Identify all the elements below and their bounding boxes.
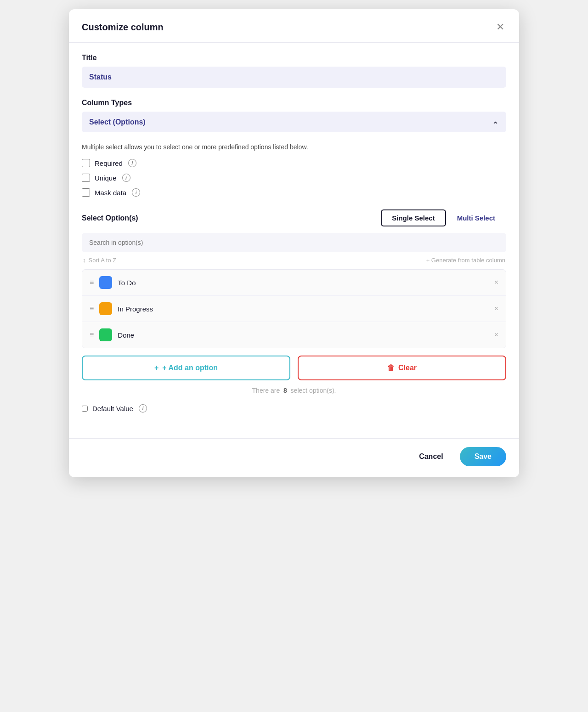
- default-value-info-icon[interactable]: i: [139, 404, 147, 413]
- option-color-swatch: [99, 276, 112, 289]
- select-type-buttons: Single Select Multi Select: [381, 209, 506, 226]
- customize-column-modal: Customize column ✕ Title Column Types Se…: [69, 9, 519, 477]
- cancel-button[interactable]: Cancel: [410, 448, 452, 465]
- column-types-section: Column Types Select (Options) Text Numbe…: [82, 99, 506, 151]
- clear-label: Clear: [398, 364, 417, 372]
- option-item: ≡ To Do ×: [82, 270, 506, 296]
- plus-icon: +: [154, 364, 158, 372]
- column-type-description: Multiple select allows you to select one…: [82, 143, 506, 151]
- unique-checkbox[interactable]: [82, 174, 90, 182]
- column-type-select[interactable]: Select (Options) Text Number Date Checkb…: [82, 112, 506, 132]
- option-label: In Progress: [118, 305, 488, 313]
- generate-from-table-label[interactable]: + Generate from table column: [426, 257, 505, 264]
- option-color-swatch: [99, 328, 112, 341]
- checkbox-group: Required i Unique i Mask data i: [82, 159, 506, 197]
- option-remove-button[interactable]: ×: [494, 305, 498, 312]
- select-options-header: Select Option(s) Single Select Multi Sel…: [82, 209, 506, 226]
- select-options-label: Select Option(s): [82, 214, 138, 222]
- required-checkbox-item[interactable]: Required i: [82, 159, 506, 167]
- required-checkbox[interactable]: [82, 159, 90, 167]
- search-input[interactable]: [82, 233, 506, 252]
- modal-header: Customize column ✕: [69, 9, 519, 43]
- option-label: Done: [118, 331, 488, 339]
- title-input[interactable]: [82, 67, 506, 88]
- column-type-wrapper: Select (Options) Text Number Date Checkb…: [82, 112, 506, 138]
- mask-data-info-icon[interactable]: i: [132, 188, 140, 197]
- count-number: 8: [283, 387, 287, 394]
- title-label: Title: [82, 54, 506, 62]
- mask-data-checkbox-item[interactable]: Mask data i: [82, 188, 506, 197]
- unique-info-icon[interactable]: i: [122, 174, 130, 182]
- clear-button[interactable]: 🗑 Clear: [298, 356, 506, 380]
- default-value-row[interactable]: Default Value i: [82, 404, 506, 413]
- modal-title: Customize column: [82, 22, 164, 33]
- drag-icon[interactable]: ≡: [90, 278, 94, 287]
- drag-icon[interactable]: ≡: [90, 331, 94, 339]
- close-icon: ✕: [496, 22, 504, 32]
- option-item: ≡ Done ×: [82, 322, 506, 348]
- option-item: ≡ In Progress ×: [82, 296, 506, 322]
- unique-checkbox-item[interactable]: Unique i: [82, 174, 506, 182]
- add-option-button[interactable]: + + Add an option: [82, 356, 290, 380]
- option-label: To Do: [118, 279, 488, 287]
- modal-footer: Cancel Save: [69, 438, 519, 477]
- option-color-swatch: [99, 302, 112, 315]
- single-select-button[interactable]: Single Select: [381, 209, 446, 226]
- trash-icon: 🗑: [387, 364, 395, 372]
- count-suffix: select option(s).: [291, 387, 336, 394]
- action-buttons: + + Add an option 🗑 Clear: [82, 356, 506, 380]
- unique-label: Unique: [95, 174, 117, 182]
- sort-label[interactable]: ↕ Sort A to Z: [83, 257, 116, 264]
- mask-data-label: Mask data: [95, 189, 126, 197]
- column-types-label: Column Types: [82, 99, 506, 107]
- close-button[interactable]: ✕: [494, 20, 506, 34]
- save-button[interactable]: Save: [460, 447, 506, 466]
- options-list: ≡ To Do × ≡ In Progress × ≡ Done ×: [82, 269, 506, 348]
- drag-icon[interactable]: ≡: [90, 305, 94, 313]
- add-option-label: + Add an option: [162, 364, 218, 372]
- count-prefix: There are: [252, 387, 280, 394]
- sort-text: Sort A to Z: [89, 257, 117, 264]
- default-value-checkbox[interactable]: [82, 406, 88, 412]
- multi-select-button[interactable]: Multi Select: [446, 209, 506, 226]
- required-label: Required: [95, 159, 123, 167]
- modal-body: Title Column Types Select (Options) Text…: [69, 43, 519, 438]
- required-info-icon[interactable]: i: [128, 159, 136, 167]
- sort-row: ↕ Sort A to Z + Generate from table colu…: [82, 257, 506, 264]
- option-remove-button[interactable]: ×: [494, 279, 498, 286]
- select-count-text: There are 8 select option(s).: [82, 387, 506, 394]
- mask-data-checkbox[interactable]: [82, 188, 90, 197]
- option-remove-button[interactable]: ×: [494, 331, 498, 339]
- sort-icon: ↕: [83, 257, 86, 264]
- default-value-label: Default Value: [92, 405, 133, 413]
